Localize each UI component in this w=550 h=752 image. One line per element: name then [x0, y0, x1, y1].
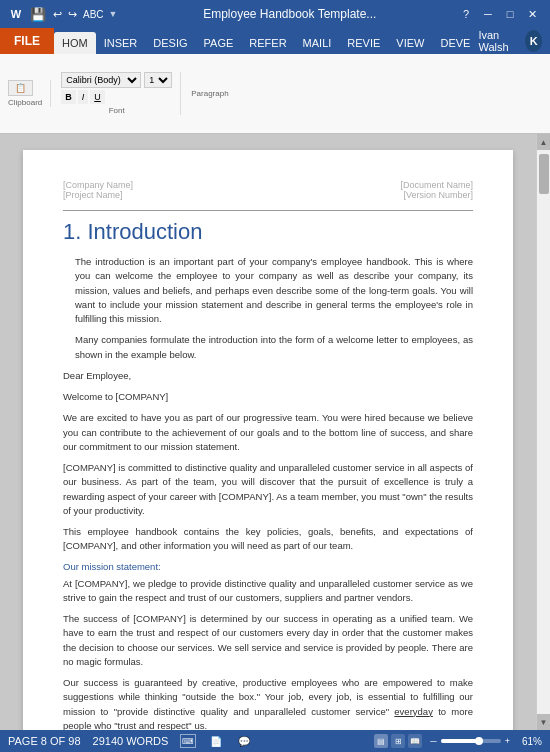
para-committed: [COMPANY] is committed to distinctive qu…	[63, 461, 473, 518]
scroll-up-button[interactable]: ▲	[537, 134, 551, 150]
para-handbook: This employee handbook contains the key …	[63, 525, 473, 554]
file-tab[interactable]: FILE	[0, 28, 54, 54]
para-excited: We are excited to have you as part of ou…	[63, 411, 473, 454]
comments-icon[interactable]: 💬	[236, 734, 252, 748]
track-changes-icon[interactable]: 📄	[208, 734, 224, 748]
mission-para-3: Our success is guaranteed by creative, p…	[63, 676, 473, 730]
zoom-bar: ─ + 61%	[430, 736, 542, 747]
tab-home[interactable]: HOM	[54, 32, 96, 54]
tab-review[interactable]: REVIE	[339, 32, 388, 54]
doc-name-field: [Document Name]	[400, 180, 473, 190]
zoom-thumb[interactable]	[475, 737, 483, 745]
status-bar: PAGE 8 OF 98 29140 WORDS ⌨ 📄 💬 ▤ ⊞ 📖 ─ +…	[0, 730, 550, 752]
document-title: Employee Handbook Template...	[123, 7, 456, 21]
title-bar: W 💾 ↩ ↪ ABC ▼ Employee Handbook Template…	[0, 0, 550, 28]
mission-para-2: The success of [COMPANY] is determined b…	[63, 612, 473, 669]
page-header: [Company Name] [Project Name] [Document …	[63, 180, 473, 200]
zoom-percent[interactable]: 61%	[514, 736, 542, 747]
status-right: ▤ ⊞ 📖 ─ + 61%	[374, 734, 542, 748]
read-view-button[interactable]: 📖	[408, 734, 422, 748]
paste-button[interactable]: 📋	[8, 80, 33, 96]
paragraph-group: Paragraph	[187, 89, 228, 98]
tab-developer[interactable]: DEVE	[432, 32, 478, 54]
scroll-thumb[interactable]	[539, 154, 549, 194]
italic-button[interactable]: I	[78, 90, 89, 104]
help-button[interactable]: ?	[456, 6, 476, 22]
format-icon: ▼	[109, 9, 118, 19]
para-welcome: Welcome to [COMPANY]	[63, 390, 473, 404]
clipboard-group: 📋 Clipboard	[8, 80, 51, 107]
save-icon[interactable]: 💾	[30, 7, 46, 22]
clipboard-label: Clipboard	[8, 98, 42, 107]
underline-button[interactable]: U	[90, 90, 105, 104]
page-count[interactable]: PAGE 8 OF 98	[8, 735, 81, 747]
window-controls[interactable]: ? ─ □ ✕	[456, 6, 542, 22]
tab-insert[interactable]: INSER	[96, 32, 146, 54]
user-area: Ivan Walsh K	[478, 28, 550, 54]
document-page: [Company Name] [Project Name] [Document …	[23, 150, 513, 730]
ribbon-tab-row: FILE HOM INSER DESIG PAGE REFER MAILI RE…	[0, 28, 550, 54]
web-view-button[interactable]: ⊞	[391, 734, 405, 748]
user-name: Ivan Walsh	[478, 29, 519, 53]
intro-heading: 1. Introduction	[63, 219, 473, 245]
mission-para-1: At [COMPANY], we pledge to provide disti…	[63, 577, 473, 606]
print-view-button[interactable]: ▤	[374, 734, 388, 748]
zoom-fill	[441, 739, 477, 743]
ribbon-tools: 📋 Clipboard Calibri (Body) 11 B I U Font…	[8, 72, 229, 115]
para-dear: Dear Employee,	[63, 369, 473, 383]
font-select[interactable]: Calibri (Body)	[61, 72, 141, 88]
page-header-right: [Document Name] [Version Number]	[400, 180, 473, 200]
ribbon-tabs: HOM INSER DESIG PAGE REFER MAILI REVIE V…	[54, 28, 478, 54]
header-divider	[63, 210, 473, 211]
zoom-track[interactable]	[441, 739, 501, 743]
version-field: [Version Number]	[400, 190, 473, 200]
redo-icon[interactable]: ↪	[68, 8, 77, 21]
title-bar-icons: W 💾 ↩ ↪ ABC ▼	[8, 6, 117, 22]
font-group: Calibri (Body) 11 B I U Font	[57, 72, 181, 115]
tab-references[interactable]: REFER	[241, 32, 294, 54]
view-controls: ▤ ⊞ 📖	[374, 734, 422, 748]
underline-everyday: everyday	[394, 706, 433, 717]
tab-mailings[interactable]: MAILI	[295, 32, 340, 54]
close-button[interactable]: ✕	[522, 6, 542, 22]
para-1: The introduction is an important part of…	[63, 255, 473, 326]
zoom-out-button[interactable]: ─	[430, 736, 436, 746]
minimize-button[interactable]: ─	[478, 6, 498, 22]
tab-design[interactable]: DESIG	[145, 32, 195, 54]
tab-page[interactable]: PAGE	[196, 32, 242, 54]
undo-icon[interactable]: ↩	[53, 8, 62, 21]
scroll-track[interactable]	[537, 150, 550, 714]
bold-button[interactable]: B	[61, 90, 76, 104]
company-name-field: [Company Name]	[63, 180, 133, 190]
tab-view[interactable]: VIEW	[388, 32, 432, 54]
word-icon: W	[8, 6, 24, 22]
page-header-left: [Company Name] [Project Name]	[63, 180, 133, 200]
mission-label: Our mission statement:	[63, 561, 473, 572]
document-area: [Company Name] [Project Name] [Document …	[0, 134, 536, 730]
user-avatar[interactable]: K	[525, 30, 542, 52]
font-size-select[interactable]: 11	[144, 72, 172, 88]
para-2: Many companies formulate the introductio…	[63, 333, 473, 362]
scrollbar[interactable]: ▲ ▼	[536, 134, 550, 730]
paragraph-label: Paragraph	[191, 89, 228, 98]
font-group-label: Font	[61, 106, 172, 115]
maximize-button[interactable]: □	[500, 6, 520, 22]
spellcheck-icon[interactable]: ABC	[83, 9, 104, 20]
language-icon[interactable]: ⌨	[180, 734, 196, 748]
scroll-down-button[interactable]: ▼	[537, 714, 551, 730]
word-count[interactable]: 29140 WORDS	[93, 735, 169, 747]
ribbon-content: 📋 Clipboard Calibri (Body) 11 B I U Font…	[0, 54, 550, 134]
zoom-in-button[interactable]: +	[505, 736, 510, 746]
project-name-field: [Project Name]	[63, 190, 133, 200]
content-area: [Company Name] [Project Name] [Document …	[0, 134, 550, 730]
